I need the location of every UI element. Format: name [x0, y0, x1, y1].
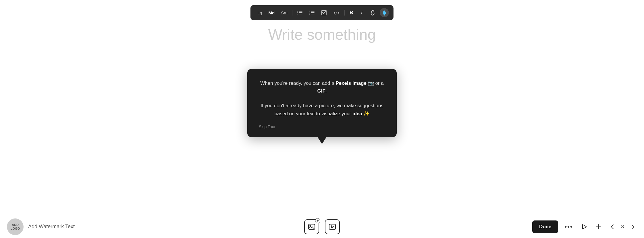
bullet-list-icon: [297, 10, 303, 16]
logo-area: ADD LOGO Add Watermark Text: [7, 218, 75, 235]
svg-point-5: [297, 14, 298, 15]
center-tools: +: [304, 219, 340, 234]
svg-marker-17: [331, 226, 334, 228]
svg-marker-18: [583, 224, 587, 229]
play-button[interactable]: [579, 222, 589, 232]
highlight-icon: [382, 10, 387, 16]
more-options-button[interactable]: •••: [563, 221, 574, 232]
numbered-list-icon: 1 2 3: [309, 10, 315, 16]
play-icon: [581, 224, 587, 230]
divider-1: [292, 10, 292, 16]
tooltip-popup: When you're ready, you can add a Pexels …: [247, 69, 397, 137]
add-watermark-text[interactable]: Add Watermark Text: [28, 224, 75, 230]
svg-rect-16: [329, 224, 336, 229]
code-button[interactable]: </>: [331, 8, 342, 17]
chevron-right-icon: [630, 224, 635, 230]
add-page-button[interactable]: [594, 222, 603, 232]
logo-text-line1: ADD: [12, 223, 19, 227]
bold-button[interactable]: B: [347, 8, 356, 17]
done-button[interactable]: Done: [532, 220, 558, 233]
next-page-button[interactable]: [628, 222, 637, 232]
plus-icon: [595, 224, 602, 230]
italic-button[interactable]: I: [357, 8, 366, 17]
svg-point-3: [297, 11, 298, 12]
add-gif-button[interactable]: [325, 219, 340, 234]
page-number: 3: [621, 224, 624, 230]
right-controls: Done ••• 3: [532, 220, 637, 233]
logo-button[interactable]: ADD LOGO: [7, 218, 24, 235]
size-md-button[interactable]: Md: [266, 8, 277, 17]
tooltip-line2: If you don't already have a picture, we …: [259, 102, 385, 117]
editor-placeholder[interactable]: Write something: [268, 26, 376, 43]
skip-tour-link[interactable]: Skip Tour: [259, 124, 385, 129]
add-image-icon: [308, 223, 315, 231]
checkbox-icon: [321, 10, 327, 16]
highlight-button[interactable]: [380, 8, 389, 17]
ellipsis-icon: •••: [564, 223, 573, 231]
logo-text-line2: LOGO: [11, 227, 20, 230]
gif-icon: [329, 223, 336, 231]
link-icon: [370, 10, 376, 16]
svg-point-4: [297, 12, 298, 13]
tooltip-line1: When you're ready, you can add a Pexels …: [259, 79, 385, 95]
divider-2: [344, 10, 345, 16]
bullet-list-button[interactable]: [295, 8, 305, 17]
add-image-button[interactable]: +: [304, 219, 319, 234]
numbered-list-button[interactable]: 1 2 3: [307, 8, 317, 17]
link-button[interactable]: [368, 8, 378, 17]
chevron-left-icon: [610, 224, 615, 230]
size-sm-button[interactable]: Sm: [279, 8, 290, 17]
bottom-bar: ADD LOGO Add Watermark Text + Done •••: [0, 215, 644, 238]
size-lg-button[interactable]: Lg: [255, 8, 265, 17]
checkbox-button[interactable]: [319, 8, 329, 17]
tooltip-arrow: [317, 136, 327, 144]
formatting-toolbar: Lg Md Sm 1 2 3 </> B I: [250, 5, 394, 20]
svg-text:3: 3: [309, 13, 311, 15]
prev-page-button[interactable]: [608, 222, 617, 232]
plus-badge: +: [315, 218, 320, 223]
